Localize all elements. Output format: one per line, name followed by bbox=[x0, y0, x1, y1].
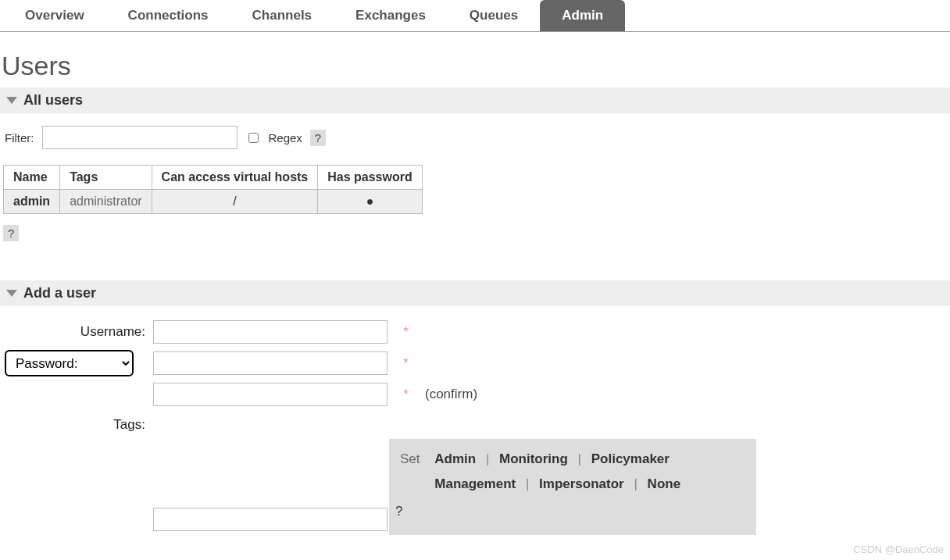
password-type-select[interactable]: Password: bbox=[5, 350, 134, 376]
tab-overview[interactable]: Overview bbox=[3, 0, 106, 31]
col-password[interactable]: Has password bbox=[318, 166, 422, 190]
required-marker: * bbox=[403, 355, 417, 372]
section-title: Add a user bbox=[23, 285, 96, 301]
username-label: Username: bbox=[5, 324, 145, 340]
tab-queues[interactable]: Queues bbox=[448, 0, 540, 31]
col-tags[interactable]: Tags bbox=[60, 166, 152, 190]
chevron-down-icon bbox=[6, 290, 17, 297]
tag-option-impersonator[interactable]: Impersonator bbox=[539, 476, 624, 491]
add-user-form: Username: * Password: * * (confirm) Tags… bbox=[0, 306, 950, 549]
col-name[interactable]: Name bbox=[4, 166, 60, 190]
tags-label: Tags: bbox=[5, 412, 145, 433]
main-tabs: Overview Connections Channels Exchanges … bbox=[0, 0, 950, 32]
tag-set-label: Set bbox=[400, 451, 420, 466]
regex-label: Regex bbox=[269, 131, 302, 144]
cell-tags: administrator bbox=[60, 190, 152, 214]
tag-option-policymaker[interactable]: Policymaker bbox=[591, 451, 670, 466]
username-input[interactable] bbox=[153, 320, 388, 344]
tab-channels[interactable]: Channels bbox=[230, 0, 334, 31]
filter-input[interactable] bbox=[42, 126, 238, 149]
required-marker: * bbox=[403, 324, 417, 341]
required-marker: * bbox=[403, 387, 417, 403]
chevron-down-icon bbox=[6, 97, 17, 104]
section-title: All users bbox=[23, 92, 83, 109]
tag-option-admin[interactable]: Admin bbox=[434, 451, 476, 466]
filter-help-button[interactable]: ? bbox=[310, 130, 326, 146]
tags-input[interactable] bbox=[153, 508, 388, 531]
cell-password: ● bbox=[318, 190, 422, 214]
tab-admin[interactable]: Admin bbox=[540, 0, 625, 31]
table-help-button[interactable]: ? bbox=[3, 225, 19, 241]
col-vhosts[interactable]: Can access virtual hosts bbox=[152, 166, 318, 190]
tag-option-management[interactable]: Management bbox=[434, 476, 516, 491]
section-all-users[interactable]: All users bbox=[0, 87, 950, 113]
regex-checkbox[interactable] bbox=[248, 133, 259, 143]
password-confirm-input[interactable] bbox=[153, 383, 388, 406]
password-input[interactable] bbox=[153, 351, 388, 375]
tag-option-monitoring[interactable]: Monitoring bbox=[499, 451, 568, 466]
cell-vhosts: / bbox=[152, 190, 318, 214]
tab-exchanges[interactable]: Exchanges bbox=[334, 0, 448, 31]
tag-panel: Set Admin | Monitoring | Policymaker Set… bbox=[389, 439, 756, 535]
tag-help-button[interactable]: ? bbox=[395, 499, 741, 524]
page-title: Users bbox=[2, 51, 950, 81]
watermark: CSDN @DaenCode bbox=[853, 544, 944, 555]
filter-row: Filter: Regex ? bbox=[0, 113, 950, 165]
tab-connections[interactable]: Connections bbox=[106, 0, 230, 31]
section-add-user[interactable]: Add a user bbox=[0, 280, 950, 306]
table-row[interactable]: admin administrator / ● bbox=[4, 190, 423, 214]
confirm-label: (confirm) bbox=[425, 387, 945, 402]
filter-label: Filter: bbox=[5, 131, 34, 144]
users-table: Name Tags Can access virtual hosts Has p… bbox=[3, 165, 423, 214]
tag-option-none[interactable]: None bbox=[648, 476, 681, 491]
cell-name[interactable]: admin bbox=[4, 190, 60, 214]
